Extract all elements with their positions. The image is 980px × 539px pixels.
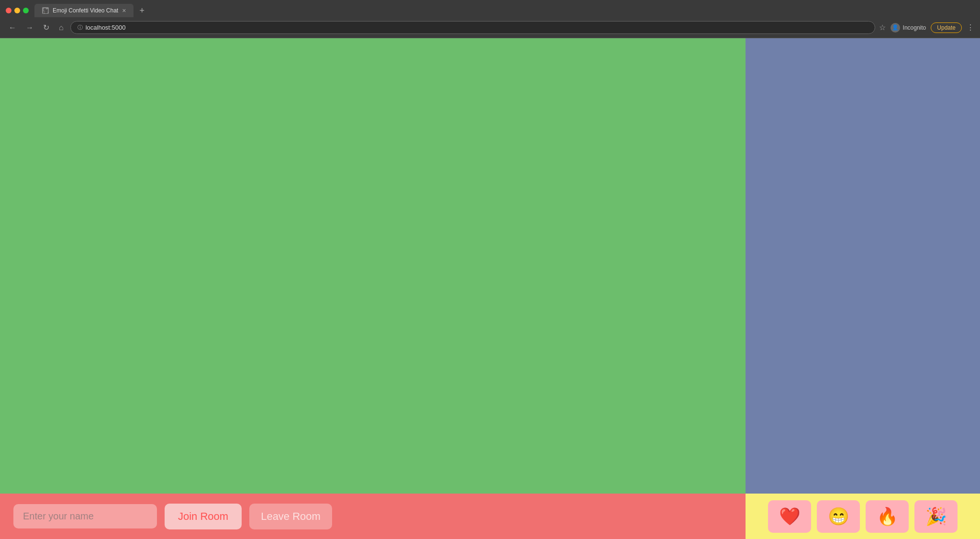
new-tab-button[interactable]: + <box>135 6 148 16</box>
more-options-button[interactable]: ⋮ <box>967 23 974 32</box>
controls-area: Join Room Leave Room ❤️ 😁 🔥 🎉 <box>0 494 980 539</box>
page-content: Join Room Leave Room ❤️ 😁 🔥 🎉 <box>0 38 980 539</box>
maximize-window-button[interactable] <box>23 8 29 13</box>
tab-favicon: 🎥 <box>42 7 49 14</box>
back-button[interactable]: ← <box>6 22 19 34</box>
lock-icon: ⓘ <box>78 24 83 31</box>
emoji-heart-button[interactable]: ❤️ <box>768 500 811 533</box>
close-window-button[interactable] <box>6 8 11 13</box>
tab-bar: 🎥 Emoji Confetti Video Chat × + <box>0 0 980 17</box>
address-bar[interactable]: ⓘ localhost:5000 <box>70 21 875 34</box>
tab-close-button[interactable]: × <box>122 7 126 14</box>
video-area <box>0 38 980 494</box>
nav-right: ☆ 👤 Incognito Update ⋮ <box>879 22 974 33</box>
join-room-button[interactable]: Join Room <box>165 504 242 529</box>
incognito-badge: 👤 Incognito <box>891 23 926 33</box>
incognito-icon: 👤 <box>891 23 900 33</box>
url-text: localhost:5000 <box>86 24 126 31</box>
update-button[interactable]: Update <box>931 22 962 33</box>
nav-bar: ← → ↻ ⌂ ⓘ localhost:5000 ☆ 👤 Incognito U… <box>0 17 980 38</box>
controls-left: Join Room Leave Room <box>0 494 746 539</box>
bookmark-button[interactable]: ☆ <box>879 23 886 32</box>
minimize-window-button[interactable] <box>14 8 20 13</box>
emoji-controls: ❤️ 😁 🔥 🎉 <box>746 494 980 539</box>
home-button[interactable]: ⌂ <box>56 22 67 34</box>
leave-room-button[interactable]: Leave Room <box>249 504 332 529</box>
incognito-label: Incognito <box>903 24 926 31</box>
browser-chrome: 🎥 Emoji Confetti Video Chat × + ← → ↻ ⌂ … <box>0 0 980 38</box>
emoji-party-button[interactable]: 🎉 <box>914 500 958 533</box>
emoji-fire-button[interactable]: 🔥 <box>866 500 909 533</box>
remote-video <box>746 38 980 494</box>
name-input[interactable] <box>13 504 157 528</box>
traffic-lights <box>6 8 29 13</box>
browser-tab-active[interactable]: 🎥 Emoji Confetti Video Chat × <box>34 4 134 17</box>
tab-title: Emoji Confetti Video Chat <box>53 7 118 14</box>
emoji-grin-button[interactable]: 😁 <box>817 500 860 533</box>
reload-button[interactable]: ↻ <box>40 21 52 34</box>
forward-button[interactable]: → <box>23 22 36 34</box>
local-video <box>0 38 746 494</box>
